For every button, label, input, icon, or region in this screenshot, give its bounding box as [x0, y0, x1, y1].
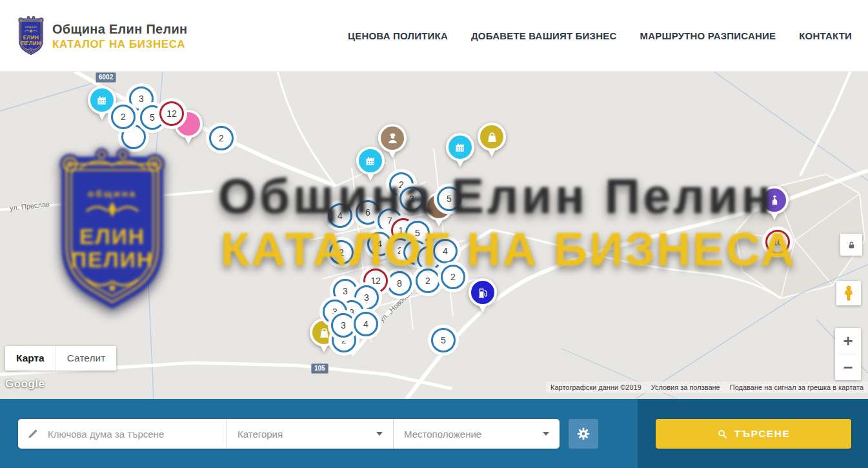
cluster-marker[interactable]: 8	[387, 271, 412, 296]
keyword-field[interactable]	[18, 419, 227, 449]
category-select-value: Категория	[237, 429, 283, 440]
map-type-map-button[interactable]: Карта	[5, 346, 56, 371]
bag-pin-marker[interactable]	[478, 123, 506, 159]
gear-icon	[576, 427, 590, 441]
keyword-search-input[interactable]	[46, 428, 219, 440]
cluster-marker[interactable]: 3	[399, 187, 424, 211]
cluster-marker[interactable]: 2	[441, 265, 465, 289]
map-type-control: Карта Сателит	[5, 346, 116, 371]
search-button[interactable]: ТЪРСЕНЕ	[656, 419, 851, 449]
cluster-marker[interactable]: 2	[209, 126, 234, 150]
search-fields: Категория Местоположение	[18, 419, 560, 449]
nav-pricing-policy[interactable]: ЦЕНОВА ПОЛИТИКА	[348, 30, 448, 41]
cluster-marker[interactable]: 2	[329, 240, 354, 265]
street-view-pegman-button[interactable]	[836, 281, 861, 305]
zoom-out-button[interactable]: −	[835, 354, 861, 380]
emblem-name1: ЕЛИН	[23, 35, 39, 41]
attribution-report-error-link[interactable]: Подаване на сигнал за грешка в картата	[730, 383, 863, 391]
cluster-marker[interactable]: 4	[433, 239, 458, 263]
location-select-value: Местоположение	[404, 429, 481, 440]
church-pin-marker[interactable]	[760, 186, 789, 222]
site-header: община ЕЛИН ПЕЛИН Община Елин Пелин КАТА…	[0, 0, 868, 72]
search-icon	[717, 429, 728, 440]
map-lock-button[interactable]	[840, 234, 862, 256]
attribution-copyright: Картографски данни ©2019	[550, 383, 641, 391]
fuel-pin-marker[interactable]	[469, 278, 497, 314]
nav-add-business[interactable]: ДОБАВЕТЕ ВАШИЯТ БИЗНЕС	[471, 30, 616, 41]
location-select[interactable]: Местоположение	[393, 419, 560, 449]
advanced-settings-button[interactable]	[569, 419, 598, 449]
attribution-terms-link[interactable]: Условия за ползване	[651, 383, 720, 391]
factory-pin-marker[interactable]	[356, 147, 385, 183]
cluster-marker[interactable]: 5	[431, 328, 456, 352]
cluster-marker[interactable]: 6	[356, 200, 380, 225]
google-logo[interactable]: Google	[5, 378, 45, 391]
site-logo[interactable]: община ЕЛИН ПЕЛИН Община Елин Пелин КАТА…	[16, 15, 188, 57]
cluster-marker[interactable]: 2	[416, 269, 440, 293]
cluster-marker[interactable]: 2	[111, 105, 136, 129]
chevron-down-icon	[376, 432, 383, 436]
nav-contacts[interactable]: КОНТАКТИ	[799, 30, 852, 41]
municipality-emblem-icon: община ЕЛИН ПЕЛИН	[16, 15, 46, 57]
map-type-satellite-button[interactable]: Сателит	[56, 346, 116, 371]
search-button-label: ТЪРСЕНЕ	[734, 428, 790, 440]
category-select[interactable]: Категория	[227, 419, 393, 449]
cluster-marker[interactable]: 4	[354, 312, 378, 336]
map-canvas[interactable]: 6002 105 ул. Преслав бул. „Новосел 32512…	[0, 71, 868, 399]
zoom-control: + −	[835, 328, 861, 380]
cluster-marker[interactable]: 12	[159, 101, 184, 126]
site-subtitle: КАТАЛОГ НА БИЗНЕСА	[52, 38, 188, 51]
main-nav: ЦЕНОВА ПОЛИТИКА ДОБАВЕТЕ ВАШИЯТ БИЗНЕС М…	[348, 0, 852, 71]
cluster-marker[interactable]: 5	[437, 187, 461, 211]
lock-icon	[847, 240, 856, 250]
site-title: Община Елин Пелин	[52, 22, 188, 37]
emblem-name2: ПЕЛИН	[21, 41, 41, 46]
emblem-motto: община	[25, 26, 37, 28]
pencil-icon	[27, 428, 39, 440]
cluster-marker[interactable]: 3	[331, 313, 356, 338]
factory-pin-marker[interactable]	[446, 133, 474, 169]
cluster-marker[interactable]: 4	[328, 203, 352, 228]
markers-layer: 325122235467135427842812338323422510	[0, 71, 868, 399]
cluster-marker[interactable]: 10	[765, 230, 790, 254]
map-attribution: Картографски данни ©2019 Условия за полз…	[546, 382, 868, 393]
zoom-in-button[interactable]: +	[835, 328, 861, 354]
nav-route-schedule[interactable]: МАРШРУТНО РАЗПИСАНИЕ	[640, 30, 776, 41]
pegman-icon	[842, 285, 856, 301]
search-bar: Категория Местоположение ТЪРСЕНЕ	[0, 399, 868, 468]
chevron-down-icon	[543, 432, 549, 436]
